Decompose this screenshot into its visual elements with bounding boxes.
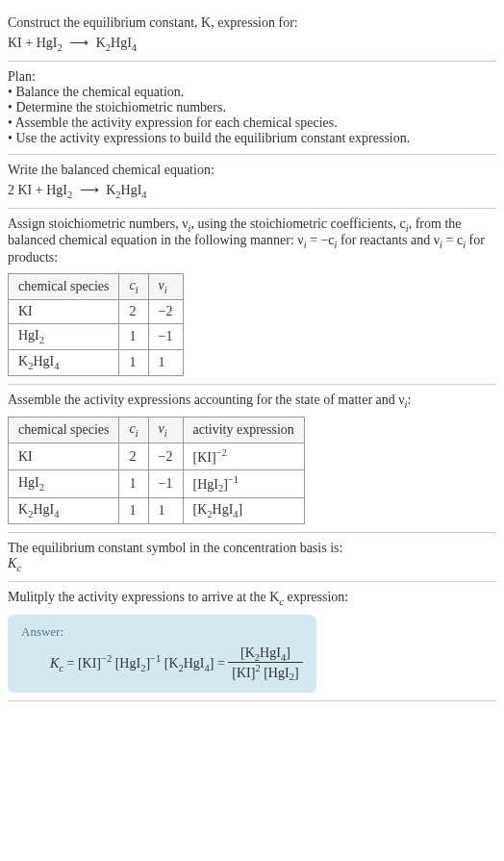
plan-title: Plan: — [8, 69, 496, 85]
si4: = −c — [307, 233, 335, 247]
eq-rhs2: HgI — [111, 36, 132, 50]
sp-b: HgI — [33, 354, 54, 368]
activity-table: chemical species ci νi activity expressi… — [8, 417, 305, 524]
th-c-i: i — [136, 285, 139, 295]
a-m1: [HgI — [112, 656, 140, 671]
header-section: Construct the equilibrium constant, K, e… — [8, 8, 496, 62]
td-species: KI — [9, 443, 119, 470]
table-row: KI 2 −2 — [9, 299, 184, 323]
plan-item2: • Determine the stoichiometric numbers. — [8, 100, 496, 115]
a-k: K — [50, 656, 59, 671]
sp-sub: 2 — [39, 335, 44, 345]
si5: for reactants and ν — [337, 233, 440, 247]
m2: expression: — [284, 590, 348, 604]
td-species: HgI2 — [9, 469, 119, 497]
td-expr: [HgI2]−1 — [183, 469, 304, 497]
th-v: νi — [148, 274, 183, 300]
nc: ] — [286, 646, 290, 660]
balanced-section: Write the balanced chemical equation: 2 … — [8, 155, 496, 209]
td-v: −1 — [148, 323, 183, 349]
table-row: K2HgI4 1 1 — [9, 349, 184, 375]
answer-fraction: [K2HgI4][KI]2 [HgI2] — [228, 646, 302, 683]
td-v: 1 — [148, 349, 183, 375]
eq-lhs: KI + HgI — [8, 36, 57, 50]
table-row: HgI2 1 −1 — [9, 323, 184, 349]
td-v: −2 — [148, 299, 183, 323]
th-v-i: i — [164, 428, 167, 439]
th-c: ci — [119, 418, 148, 443]
th-v: νi — [148, 418, 183, 443]
sp-a: K — [18, 502, 28, 517]
a-exp2: −1 — [150, 653, 161, 664]
bal-sub3: 4 — [141, 190, 146, 200]
td-expr: [KI]−2 — [183, 443, 304, 470]
table-row: KI 2 −2 [KI]−2 — [9, 443, 305, 470]
td-c: 1 — [119, 349, 148, 375]
ai1: Assemble the activity expressions accoun… — [8, 393, 405, 407]
sym-c: c — [16, 563, 21, 573]
symbol-line1: The equilibrium constant symbol in the c… — [8, 541, 496, 556]
td-species: HgI2 — [9, 323, 119, 349]
sp-b: HgI — [33, 502, 54, 517]
multiply-section: Mulitply the activity expressions to arr… — [8, 582, 496, 701]
plan-item3: • Assemble the activity expression for e… — [8, 115, 496, 131]
eq-arrow: ⟶ — [69, 35, 88, 51]
bal-sub1: 2 — [67, 190, 72, 200]
th-species: chemical species — [9, 418, 119, 443]
si6: = c — [442, 233, 463, 247]
e1-exp: −2 — [216, 447, 227, 458]
db: [HgI — [261, 666, 290, 680]
a-m5: ] = — [210, 656, 229, 671]
td-v: −1 — [148, 469, 183, 497]
sp-s2: 4 — [54, 361, 59, 371]
table-row: K2HgI4 1 1 [K2HgI4] — [9, 498, 305, 524]
th-c: ci — [119, 274, 148, 300]
symbol-section: The equilibrium constant symbol in the c… — [8, 533, 496, 582]
a-exp1: −2 — [101, 653, 112, 664]
td-v: −2 — [148, 443, 183, 470]
a-m3: [K — [161, 656, 178, 671]
eq-sub3: 4 — [132, 42, 137, 53]
th-species: chemical species — [9, 274, 119, 300]
multiply-line: Mulitply the activity expressions to arr… — [8, 590, 496, 607]
td-c: 1 — [119, 469, 148, 497]
na: [K — [240, 646, 255, 660]
symbol-kc: Kc — [8, 556, 496, 573]
sym-k: K — [8, 556, 16, 570]
balanced-title: Write the balanced chemical equation: — [8, 163, 496, 178]
frac-den: [KI]2 [HgI2] — [228, 663, 302, 682]
sp-sub: 2 — [39, 482, 44, 493]
td-expr: [K2HgI4] — [183, 498, 304, 524]
bal-arrow: ⟶ — [80, 182, 99, 198]
answer-equation: Kc = [KI]−2 [HgI2]−1 [K2HgI4] = [K2HgI4]… — [21, 646, 303, 683]
sp-s2: 4 — [54, 509, 59, 519]
da: [KI] — [232, 666, 255, 680]
balanced-equation: 2 KI + HgI2 ⟶ K2HgI4 — [8, 182, 496, 200]
th-v-i: i — [164, 285, 167, 295]
td-species: K2HgI4 — [9, 349, 119, 375]
e3a: [K — [193, 502, 208, 517]
e1: [KI] — [193, 450, 216, 465]
table-header-row: chemical species ci νi — [9, 274, 184, 300]
stoich-intro: Assign stoichiometric numbers, νi, using… — [8, 216, 496, 266]
td-v: 1 — [148, 498, 183, 524]
dc: ] — [294, 666, 299, 680]
answer-label: Answer: — [21, 624, 303, 640]
activity-intro: Assemble the activity expressions accoun… — [8, 393, 496, 410]
bal-rhs2: HgI — [121, 183, 142, 197]
frac-num: [K2HgI4] — [228, 646, 302, 664]
e3c: ] — [239, 502, 243, 517]
stoich-section: Assign stoichiometric numbers, νi, using… — [8, 209, 496, 385]
construct-text: Construct the equilibrium constant, K, e… — [8, 15, 496, 31]
bal-lhs: 2 KI + HgI — [8, 183, 67, 197]
a-eq: = [KI] — [63, 656, 101, 671]
td-species: K2HgI4 — [9, 498, 119, 524]
stoich-table: chemical species ci νi KI 2 −2 HgI2 1 −1… — [8, 273, 184, 375]
td-c: 2 — [119, 443, 148, 470]
plan-item1: • Balance the chemical equation. — [8, 85, 496, 100]
table-header-row: chemical species ci νi activity expressi… — [9, 418, 305, 443]
td-c: 1 — [119, 323, 148, 349]
plan-item4: • Use the activity expressions to build … — [8, 131, 496, 146]
header-equation: KI + HgI2 ⟶ K2HgI4 — [8, 35, 496, 53]
a-m4: HgI — [184, 656, 205, 671]
